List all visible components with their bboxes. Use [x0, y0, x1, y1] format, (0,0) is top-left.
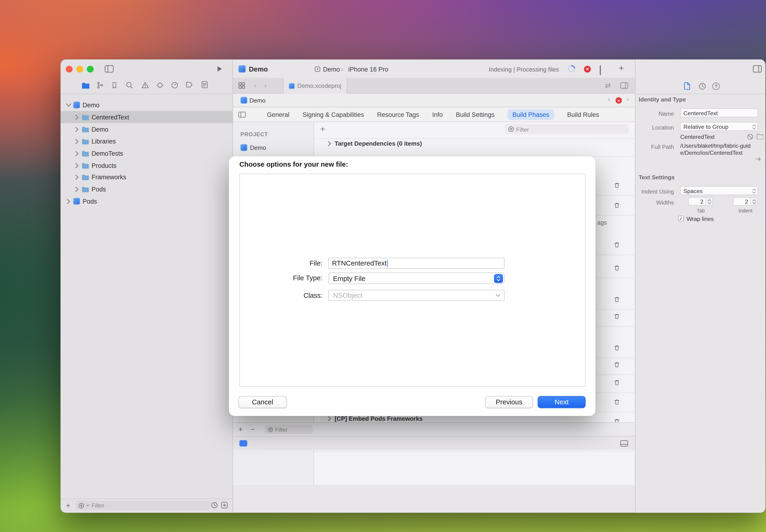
indent-using-dropdown[interactable]: Spaces	[680, 186, 758, 195]
inspector-toggle-icon[interactable]	[753, 65, 762, 73]
run-destination[interactable]: iPhone 16 Pro	[348, 66, 389, 73]
build-phase-filter-input[interactable]: Filter	[505, 124, 629, 134]
navigator-row-centeredtext[interactable]: CenteredText	[61, 111, 233, 123]
scm-status-filter-icon[interactable]	[221, 502, 228, 509]
target-dependencies-row[interactable]: Target Dependencies (0 items)	[328, 140, 422, 147]
related-items-grid-icon[interactable]	[238, 82, 245, 89]
previous-issue-icon[interactable]: ‹	[608, 95, 610, 103]
issue-badge[interactable]: ×	[616, 97, 622, 104]
collapse-pane-icon[interactable]	[238, 111, 246, 118]
source-control-icon[interactable]	[96, 82, 104, 89]
zoom-window-button[interactable]	[87, 66, 93, 72]
tab-width-stepper[interactable]: 2	[688, 197, 713, 206]
bookmarks-icon[interactable]	[111, 82, 118, 89]
disclosure-chevron-icon[interactable]	[75, 139, 79, 144]
disclosure-chevron-icon[interactable]	[75, 174, 79, 180]
sidebar-toggle-icon[interactable]	[105, 65, 114, 73]
navigator-row-pods-project[interactable]: Pods	[61, 195, 233, 207]
disclosure-chevron-icon[interactable]	[328, 416, 331, 421]
issues-icon[interactable]	[141, 82, 149, 89]
indent-width-stepper[interactable]: 2	[733, 197, 758, 206]
close-window-button[interactable]	[66, 66, 72, 72]
disclosure-chevron-icon[interactable]	[75, 126, 79, 132]
trash-icon[interactable]	[614, 345, 620, 351]
disclosure-chevron-icon[interactable]	[67, 102, 71, 108]
file-tab[interactable]: Demo.xcodeproj	[283, 78, 347, 94]
scheme-name[interactable]: Demo	[323, 66, 340, 73]
trash-icon[interactable]	[614, 202, 620, 209]
run-button[interactable]	[217, 66, 223, 72]
file-name-input[interactable]: RTNCenteredText	[328, 258, 505, 269]
trash-icon[interactable]	[614, 399, 620, 406]
navigator-row-demotests[interactable]: DemoTests	[61, 147, 233, 159]
stepper-chevrons-icon[interactable]	[751, 197, 758, 206]
trash-icon[interactable]	[614, 361, 620, 368]
stepper-chevrons-icon[interactable]	[706, 197, 713, 206]
navigator-row-pods-folder[interactable]: Pods	[61, 183, 233, 195]
next-button[interactable]: Next	[538, 396, 586, 408]
next-issue-icon[interactable]: ›	[627, 95, 629, 103]
embed-pods-frameworks-row[interactable]: [CP] Embed Pods Frameworks	[328, 416, 423, 422]
history-inspector-icon[interactable]	[699, 83, 706, 90]
navigator-row-demo-folder[interactable]: Demo	[61, 123, 233, 135]
clock-icon[interactable]	[211, 502, 218, 509]
add-build-phase-button[interactable]: +	[320, 124, 325, 133]
trash-icon[interactable]	[614, 182, 620, 189]
navigator-row-frameworks[interactable]: Frameworks	[61, 171, 233, 183]
editor-layout-icon[interactable]	[620, 82, 628, 89]
location-dropdown[interactable]: Relative to Group	[680, 122, 758, 131]
previous-button[interactable]: Previous	[485, 396, 533, 408]
project-pane-item[interactable]: Demo	[250, 145, 266, 151]
trash-icon[interactable]	[614, 379, 620, 386]
remove-button[interactable]: −	[250, 425, 255, 433]
editor-options-icon[interactable]	[620, 440, 628, 446]
disclosure-chevron-icon[interactable]	[75, 151, 79, 156]
navigator-row-products[interactable]: Products	[61, 159, 233, 172]
back-icon[interactable]: ‹	[254, 81, 257, 90]
bottom-filter-input[interactable]: Filter	[265, 425, 313, 434]
navigator-row-libraries[interactable]: Libraries	[61, 135, 233, 147]
tab-resource-tags[interactable]: Resource Tags	[377, 111, 419, 119]
wrap-lines-checkbox[interactable]: ✓	[678, 216, 684, 222]
quick-help-icon[interactable]: ?	[712, 83, 720, 90]
add-item-button[interactable]: +	[66, 501, 70, 510]
project-navigator-icon[interactable]	[82, 82, 90, 89]
choose-folder-icon[interactable]	[757, 134, 763, 140]
tab-build-settings[interactable]: Build Settings	[456, 111, 495, 119]
error-badge[interactable]: ×	[584, 65, 591, 72]
tab-info[interactable]: Info	[432, 111, 443, 119]
trash-icon[interactable]	[614, 265, 620, 271]
debug-navigator-icon[interactable]	[171, 82, 178, 89]
library-add-button[interactable]: +	[619, 63, 624, 74]
navigator-filter-input[interactable]: Filter	[75, 501, 210, 510]
trash-icon[interactable]	[614, 313, 620, 320]
navigator-row-demo-project[interactable]: Demo	[61, 99, 233, 111]
reset-location-icon[interactable]	[747, 134, 753, 140]
minimize-window-button[interactable]	[76, 66, 83, 72]
disclosure-chevron-icon[interactable]	[75, 163, 79, 168]
disclosure-chevron-icon[interactable]	[75, 187, 79, 192]
tab-general[interactable]: General	[267, 111, 289, 119]
trash-icon[interactable]	[614, 241, 620, 248]
disclosure-chevron-icon[interactable]	[75, 114, 79, 120]
find-icon[interactable]	[126, 82, 133, 89]
debug-area-toggle-icon[interactable]	[239, 440, 247, 446]
tab-build-phases[interactable]: Build Phases	[508, 109, 554, 120]
class-combobox[interactable]: NSObject	[328, 290, 505, 301]
tab-signing-capabilities[interactable]: Signing & Capabilities	[302, 111, 364, 119]
code-review-icon[interactable]: ⇄	[605, 82, 611, 90]
tests-icon[interactable]	[156, 82, 164, 89]
reports-icon[interactable]	[201, 81, 208, 89]
trash-icon[interactable]	[614, 296, 620, 303]
file-inspector-icon[interactable]	[684, 82, 690, 90]
stop-icon[interactable]	[600, 65, 601, 75]
add-button[interactable]: +	[238, 425, 242, 433]
disclosure-chevron-icon[interactable]	[67, 198, 71, 204]
breakpoints-icon[interactable]	[186, 82, 193, 88]
file-type-select[interactable]: Empty File	[328, 273, 505, 284]
disclosure-chevron-icon[interactable]	[328, 141, 331, 146]
cancel-button[interactable]: Cancel	[238, 396, 287, 408]
name-field[interactable]: CenteredText	[680, 108, 758, 117]
forward-icon[interactable]: ›	[264, 81, 267, 90]
open-path-arrow-icon[interactable]	[755, 156, 761, 162]
